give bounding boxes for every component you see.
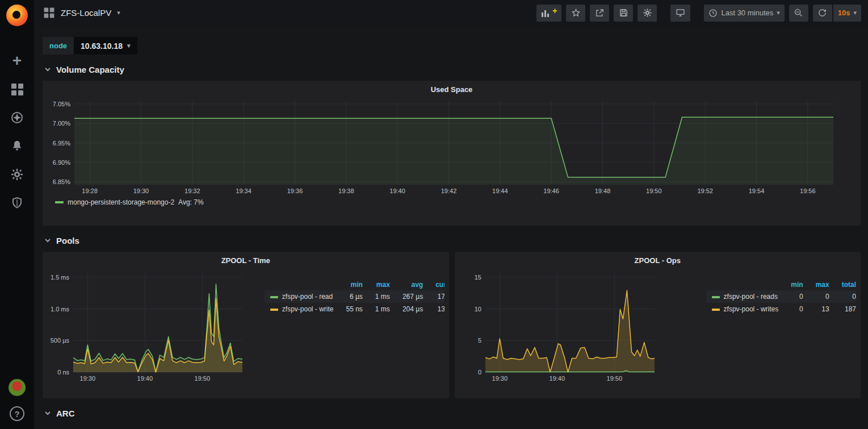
svg-text:19:46: 19:46 bbox=[543, 188, 559, 194]
svg-text:19:50: 19:50 bbox=[606, 375, 622, 382]
add-panel-button[interactable]: + bbox=[536, 5, 561, 22]
zpool-time-chart[interactable]: 19:3019:4019:500 ns500 µs1.0 ms1.5 ms bbox=[47, 268, 247, 385]
legend-col-min[interactable]: min bbox=[334, 279, 363, 290]
legend-swatch bbox=[270, 309, 278, 311]
legend-swatch bbox=[712, 296, 720, 298]
panel-title-zpool-ops[interactable]: ZPOOL - Ops bbox=[459, 254, 857, 268]
star-icon bbox=[571, 8, 581, 18]
gear-icon bbox=[643, 8, 652, 18]
refresh-group: 10s ▾ bbox=[813, 5, 861, 22]
legend-value: 0 bbox=[778, 303, 803, 315]
legend-row: zfspv-pool - reads000 bbox=[706, 290, 856, 303]
toolbar: + Last 30 bbox=[536, 5, 861, 22]
star-button[interactable] bbox=[566, 5, 585, 22]
help-icon[interactable]: ? bbox=[10, 406, 24, 421]
zoom-out-icon bbox=[794, 8, 803, 18]
svg-text:0: 0 bbox=[477, 369, 481, 376]
legend-row: zfspv-pool - writes013187 bbox=[706, 303, 856, 315]
chevron-down-icon bbox=[44, 409, 52, 417]
monitor-icon bbox=[675, 8, 686, 18]
panel-title-used-space[interactable]: Used Space bbox=[47, 83, 856, 97]
dashboard-settings-button[interactable] bbox=[638, 5, 657, 22]
svg-text:19:50: 19:50 bbox=[195, 375, 211, 382]
legend-series-name[interactable]: mongo-persistent-storage-mongo-2 bbox=[68, 198, 174, 206]
dashboard-content: node 10.63.10.18 ▾ Volume Capacity Used … bbox=[34, 26, 868, 429]
legend-avg-stat: Avg: 7% bbox=[178, 198, 203, 206]
svg-text:15: 15 bbox=[474, 274, 481, 281]
svg-text:7.00%: 7.00% bbox=[53, 120, 70, 127]
svg-text:19:30: 19:30 bbox=[80, 375, 96, 382]
svg-text:10: 10 bbox=[474, 306, 481, 313]
legend-series-toggle[interactable]: zfspv-pool - read bbox=[265, 290, 334, 303]
used-space-chart[interactable]: 19:2819:3019:3219:3419:3619:3819:4019:42… bbox=[47, 97, 856, 197]
chevron-down-icon: ▾ bbox=[853, 9, 857, 16]
legend-col-max[interactable]: max bbox=[803, 279, 829, 290]
variable-node-dropdown[interactable]: node 10.63.10.18 ▾ bbox=[43, 37, 137, 55]
user-avatar[interactable] bbox=[9, 379, 26, 396]
svg-text:7.05%: 7.05% bbox=[53, 101, 70, 107]
legend-value: 55 ns bbox=[334, 303, 363, 315]
refresh-interval-dropdown[interactable]: 10s ▾ bbox=[833, 5, 861, 22]
zoom-out-button[interactable] bbox=[789, 5, 808, 22]
legend-col-min[interactable]: min bbox=[778, 279, 803, 290]
svg-text:6.85%: 6.85% bbox=[53, 178, 70, 185]
dashboard-grid-icon bbox=[44, 8, 54, 18]
section-volume-capacity[interactable]: Volume Capacity bbox=[44, 63, 861, 76]
plus-icon: + bbox=[552, 6, 557, 15]
pools-panel-row: ZPOOL - Time 19:3019:4019:500 ns500 µs1.… bbox=[43, 252, 861, 398]
legend-col-avg[interactable]: avg bbox=[390, 279, 423, 290]
svg-text:1.5 ms: 1.5 ms bbox=[51, 274, 70, 281]
legend-col-curr[interactable]: curr bbox=[423, 279, 444, 290]
legend-value: 204 µs bbox=[390, 303, 423, 315]
left-sidebar: + ? bbox=[0, 0, 34, 429]
refresh-interval-label: 10s bbox=[838, 9, 850, 17]
server-admin-shield-icon[interactable] bbox=[7, 195, 27, 210]
section-pools[interactable]: Pools bbox=[44, 234, 861, 247]
explore-compass-icon[interactable] bbox=[7, 110, 27, 125]
legend-value: 0 bbox=[803, 290, 829, 303]
legend-value: 13 bbox=[803, 303, 829, 315]
legend-col-max[interactable]: max bbox=[363, 279, 390, 290]
legend-table: minmaxtotalzfspv-pool - reads000zfspv-po… bbox=[706, 279, 856, 315]
refresh-button[interactable] bbox=[813, 5, 832, 22]
save-button[interactable] bbox=[614, 5, 633, 22]
legend-series-toggle[interactable]: zfspv-pool - writes bbox=[706, 303, 779, 315]
legend-value: 0 bbox=[778, 290, 803, 303]
share-button[interactable] bbox=[590, 5, 609, 22]
grafana-logo[interactable] bbox=[6, 5, 28, 26]
legend-value: 6 µs bbox=[334, 290, 363, 303]
bar-chart-icon bbox=[541, 9, 551, 18]
clock-icon bbox=[708, 9, 718, 18]
legend-col-total[interactable]: total bbox=[829, 279, 856, 290]
zpool-ops-chart[interactable]: 19:3019:4019:50051015 bbox=[459, 268, 659, 385]
chevron-down-icon bbox=[44, 236, 52, 244]
legend-swatch bbox=[55, 201, 64, 203]
svg-text:19:32: 19:32 bbox=[184, 188, 200, 194]
section-arc[interactable]: ARC bbox=[44, 406, 861, 420]
svg-text:500 µs: 500 µs bbox=[51, 337, 70, 344]
zpool-ops-legend-table: minmaxtotalzfspv-pool - reads000zfspv-po… bbox=[659, 268, 857, 395]
legend-series-toggle[interactable]: zfspv-pool - reads bbox=[706, 290, 779, 303]
svg-text:19:30: 19:30 bbox=[492, 375, 508, 382]
create-icon[interactable]: + bbox=[7, 53, 27, 68]
save-floppy-icon bbox=[619, 8, 628, 18]
alerting-bell-icon[interactable] bbox=[7, 139, 27, 153]
svg-text:6.90%: 6.90% bbox=[53, 159, 70, 166]
legend-value: 1 ms bbox=[363, 290, 390, 303]
svg-text:19:36: 19:36 bbox=[287, 188, 303, 194]
dashboards-icon[interactable] bbox=[7, 82, 27, 97]
cycle-view-button[interactable] bbox=[670, 5, 690, 22]
legend-value: 172 bbox=[423, 290, 444, 303]
time-range-button[interactable]: Last 30 minutes ▾ bbox=[704, 5, 784, 22]
legend-row: zfspv-pool - read6 µs1 ms267 µs172 bbox=[265, 290, 445, 303]
panel-title-zpool-time[interactable]: ZPOOL - Time bbox=[47, 254, 445, 268]
legend-swatch bbox=[270, 296, 278, 298]
configuration-gear-icon[interactable] bbox=[7, 167, 27, 182]
dashboard-title-button[interactable]: ZFS-LocalPV ▾ bbox=[43, 7, 120, 19]
used-space-legend: mongo-persistent-storage-mongo-2 Avg: 7% bbox=[47, 197, 856, 207]
legend-value: 187 bbox=[829, 303, 856, 315]
dashboard-title: ZFS-LocalPV bbox=[61, 8, 111, 18]
sidebar-bottom: ? bbox=[9, 379, 26, 429]
legend-series-toggle[interactable]: zfspv-pool - write bbox=[265, 303, 334, 315]
legend-value: 135 bbox=[423, 303, 444, 315]
